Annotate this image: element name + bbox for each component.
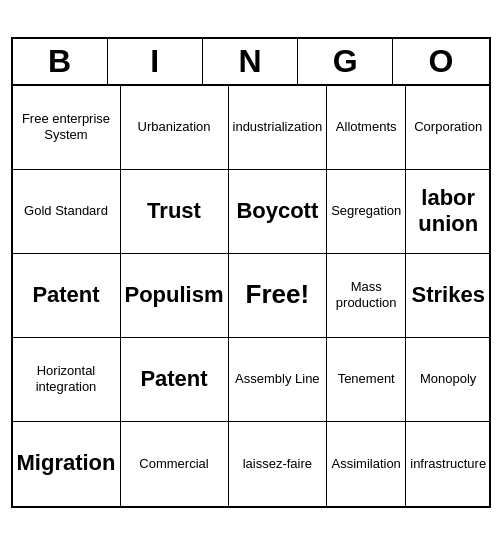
bingo-letter-n: N [203, 39, 298, 84]
bingo-card: BINGO Free enterprise SystemUrbanization… [11, 37, 491, 508]
bingo-cell-10: Patent [13, 254, 121, 338]
bingo-cell-5: Gold Standard [13, 170, 121, 254]
bingo-cell-11: Populism [121, 254, 229, 338]
bingo-cell-1: Urbanization [121, 86, 229, 170]
bingo-cell-8: Segregation [327, 170, 406, 254]
bingo-letter-o: O [393, 39, 488, 84]
bingo-letter-b: B [13, 39, 108, 84]
bingo-cell-15: Horizontal integration [13, 338, 121, 422]
bingo-cell-2: industrialization [229, 86, 328, 170]
bingo-cell-17: Assembly Line [229, 338, 328, 422]
bingo-cell-23: Assimilation [327, 422, 406, 506]
bingo-cell-7: Boycott [229, 170, 328, 254]
bingo-cell-16: Patent [121, 338, 229, 422]
bingo-cell-24: infrastructure [406, 422, 490, 506]
bingo-cell-9: labor union [406, 170, 490, 254]
bingo-cell-21: Commercial [121, 422, 229, 506]
bingo-grid: Free enterprise SystemUrbanizationindust… [13, 86, 489, 506]
bingo-cell-3: Allotments [327, 86, 406, 170]
bingo-cell-13: Mass production [327, 254, 406, 338]
bingo-cell-18: Tenement [327, 338, 406, 422]
bingo-cell-19: Monopoly [406, 338, 490, 422]
bingo-cell-14: Strikes [406, 254, 490, 338]
bingo-letter-g: G [298, 39, 393, 84]
bingo-cell-12: Free! [229, 254, 328, 338]
bingo-cell-4: Corporation [406, 86, 490, 170]
bingo-cell-20: Migration [13, 422, 121, 506]
bingo-letter-i: I [108, 39, 203, 84]
bingo-cell-0: Free enterprise System [13, 86, 121, 170]
bingo-cell-22: laissez-faire [229, 422, 328, 506]
bingo-cell-6: Trust [121, 170, 229, 254]
bingo-header: BINGO [13, 39, 489, 86]
